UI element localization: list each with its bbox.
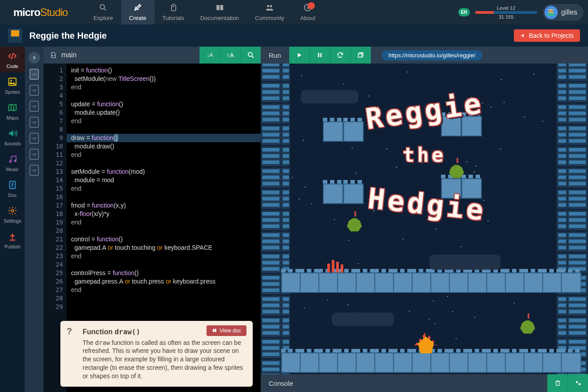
game-preview[interactable]: ReggietheHedgie	[261, 64, 588, 374]
main-row: CodeSpritesMapsSoundsMusicDocSettingsPub…	[0, 47, 588, 392]
star	[435, 323, 436, 324]
side-sprites[interactable]: Sprites	[0, 72, 25, 98]
svg-rect-14	[318, 53, 319, 57]
tile	[356, 352, 376, 373]
side-nav: CodeSpritesMapsSoundsMusicDocSettingsPub…	[0, 47, 25, 392]
side-doc[interactable]: Doc	[0, 176, 25, 201]
side-publish[interactable]: Publish	[0, 227, 25, 253]
side-code[interactable]: Code	[0, 47, 25, 72]
star	[474, 172, 475, 172]
svg-point-12	[11, 209, 14, 212]
tile	[393, 272, 413, 293]
file-item[interactable]	[30, 165, 39, 176]
tile	[567, 232, 588, 252]
logo-micro: micro	[13, 6, 40, 18]
tile	[449, 272, 469, 293]
detach-button[interactable]	[350, 47, 371, 64]
console-settings-button[interactable]	[568, 374, 588, 392]
nav-community[interactable]: Community	[247, 0, 292, 25]
star	[369, 96, 369, 96]
file-item[interactable]	[30, 117, 39, 128]
side-sounds[interactable]: Sounds	[0, 124, 25, 150]
side-music[interactable]: Music	[0, 150, 25, 176]
tile	[261, 253, 281, 273]
tile	[281, 352, 302, 373]
cloud	[429, 255, 501, 270]
tile	[337, 352, 358, 373]
tile	[486, 272, 507, 293]
tile	[567, 146, 588, 167]
star	[429, 319, 429, 320]
tile	[261, 168, 281, 188]
tile	[468, 272, 488, 293]
nav-tutorials[interactable]: Tutorials	[155, 0, 192, 25]
file-strip	[25, 47, 44, 392]
star	[447, 296, 448, 297]
svg-point-0	[100, 4, 105, 9]
side-settings[interactable]: Settings	[0, 201, 25, 227]
file-item[interactable]	[30, 101, 39, 112]
tile	[556, 189, 567, 209]
star	[514, 303, 515, 304]
star	[409, 311, 410, 312]
language-badge[interactable]: EN	[458, 8, 470, 16]
game-title-line: the	[403, 144, 446, 166]
spike	[326, 260, 344, 272]
console-label: Console	[261, 380, 301, 387]
reload-icon	[337, 52, 344, 59]
tile	[261, 64, 281, 81]
star	[474, 317, 475, 318]
tile	[261, 125, 281, 145]
tile	[281, 168, 290, 188]
project-header: Reggie the Hedgie Back to Projects	[0, 24, 588, 47]
top-nav: ExploreCreateTutorialsDocumentationCommu…	[85, 0, 323, 25]
star	[352, 147, 353, 148]
tile	[556, 82, 567, 103]
tile	[261, 360, 281, 374]
file-item[interactable]	[30, 133, 39, 144]
file-strip-expand-button[interactable]	[28, 52, 40, 64]
file-item[interactable]	[30, 85, 39, 96]
run-toolbar: Run https://microstudio.io/gilles/reggie…	[261, 47, 588, 64]
tile	[343, 121, 364, 142]
text-size-up-button[interactable]: ↑A	[220, 47, 240, 64]
view-doc-button[interactable]: View doc	[207, 325, 246, 336]
tile	[468, 352, 488, 373]
help-body: The draw function is called as often as …	[83, 339, 245, 380]
tile	[281, 82, 290, 103]
file-item[interactable]	[30, 149, 39, 160]
svg-rect-15	[320, 53, 322, 57]
search-button[interactable]	[240, 47, 261, 64]
tile	[505, 272, 525, 293]
file-name[interactable]: main	[44, 51, 199, 59]
text-size-down-button[interactable]: ↓A	[199, 47, 220, 64]
apple	[345, 215, 364, 232]
star	[327, 300, 328, 300]
search-icon	[247, 51, 255, 59]
tile	[261, 82, 281, 103]
tile	[556, 146, 567, 167]
arrow-left-icon	[520, 32, 526, 39]
file-item[interactable]	[30, 69, 39, 80]
side-maps[interactable]: Maps	[0, 98, 25, 124]
project-url[interactable]: https://microstudio.io/gilles/reggie/	[381, 50, 483, 60]
star	[348, 304, 349, 305]
nav-explore[interactable]: Explore	[85, 0, 121, 25]
nav-about[interactable]: About	[292, 0, 323, 25]
pause-icon	[316, 52, 323, 59]
nav-create[interactable]: Create	[121, 0, 155, 25]
tile	[281, 64, 290, 81]
play-button[interactable]	[289, 47, 310, 64]
back-to-projects-button[interactable]: Back to Projects	[514, 29, 580, 42]
tile	[374, 352, 395, 373]
user-menu[interactable]: gilles	[543, 4, 584, 21]
star	[500, 148, 501, 149]
tile	[505, 352, 525, 373]
star	[343, 84, 344, 84]
reload-button[interactable]	[330, 47, 350, 64]
pause-button[interactable]	[310, 47, 330, 64]
nav-documentation[interactable]: Documentation	[192, 0, 247, 25]
console-clear-button[interactable]	[547, 374, 568, 392]
tile	[323, 121, 343, 142]
logo[interactable]: microStudio	[13, 6, 68, 19]
